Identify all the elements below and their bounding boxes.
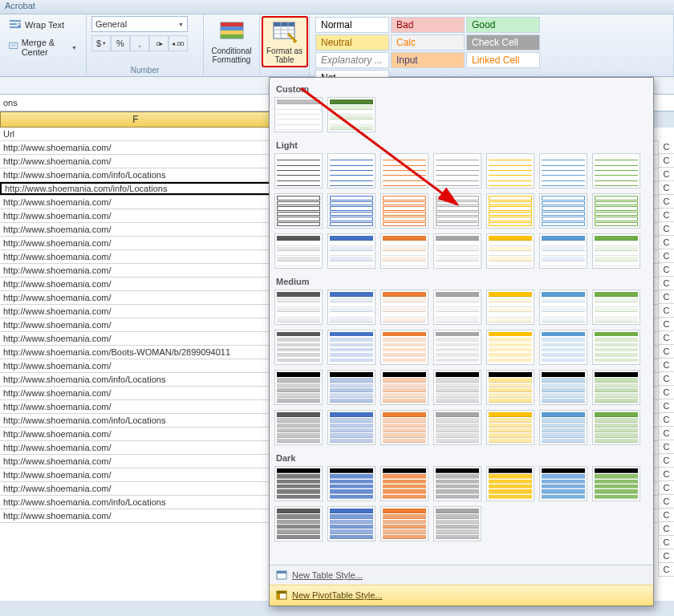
data-cell[interactable]: http://www.shoemania.com/ (0, 509, 271, 522)
table-style-swatch[interactable] (380, 153, 428, 188)
table-style-swatch[interactable] (327, 466, 376, 501)
number-format-dropdown[interactable]: General ▼ (91, 16, 188, 32)
table-style-swatch[interactable] (380, 193, 428, 229)
table-style-swatch[interactable] (433, 153, 481, 188)
table-style-swatch[interactable] (433, 233, 481, 269)
data-cell[interactable]: http://www.shoemania.com/ (0, 482, 271, 495)
table-style-swatch[interactable] (380, 506, 428, 541)
table-style-swatch[interactable] (274, 97, 323, 132)
cell-style-explanatory-[interactable]: Explanatory ... (315, 52, 389, 68)
table-style-swatch[interactable] (327, 410, 376, 445)
data-cell[interactable]: http://www.shoemania.com/ (0, 196, 271, 209)
table-style-swatch[interactable] (274, 506, 323, 541)
table-style-swatch[interactable] (327, 370, 376, 405)
decrease-decimal-button[interactable]: ◂.00 (168, 35, 188, 51)
table-style-swatch[interactable] (274, 466, 323, 501)
table-style-swatch[interactable] (539, 233, 587, 269)
cell-style-normal[interactable]: Normal (315, 17, 389, 33)
data-cell[interactable]: http://www.shoemania.com/ (0, 428, 271, 440)
table-style-swatch[interactable] (539, 466, 587, 501)
table-style-swatch[interactable] (327, 290, 376, 325)
cell-style-input[interactable]: Input (391, 52, 465, 68)
new-table-style-item[interactable]: New Table Style... (270, 565, 653, 585)
data-cell[interactable]: http://www.shoemania.com/ (0, 318, 271, 331)
table-style-swatch[interactable] (486, 290, 534, 325)
data-cell[interactable]: http://www.shoemania.com/ (0, 223, 271, 236)
table-style-swatch[interactable] (274, 330, 323, 365)
table-style-swatch[interactable] (327, 330, 376, 365)
data-cell[interactable]: http://www.shoemania.com/ (0, 250, 271, 263)
table-style-swatch[interactable] (486, 233, 534, 269)
table-style-swatch[interactable] (592, 370, 640, 405)
data-cell[interactable]: http://www.shoemania.com/ (0, 441, 271, 454)
table-style-swatch[interactable] (486, 370, 534, 405)
data-cell[interactable]: http://www.shoemania.com/info/Locations (0, 496, 271, 509)
data-cell[interactable]: http://www.shoemania.com/ (0, 209, 271, 222)
table-style-swatch[interactable] (592, 466, 640, 501)
cell-style-calc[interactable]: Calc (391, 34, 465, 51)
table-style-swatch[interactable] (327, 193, 376, 229)
table-style-swatch[interactable] (274, 233, 323, 269)
cell-style-bad[interactable]: Bad (391, 17, 465, 33)
data-cell[interactable]: http://www.shoemania.com/ (0, 332, 271, 345)
data-cell[interactable]: http://www.shoemania.com/ (0, 305, 271, 318)
data-cell[interactable]: http://www.shoemania.com/info/Locations (0, 168, 271, 181)
table-style-swatch[interactable] (274, 370, 323, 405)
data-cell[interactable]: http://www.shoemania.com/ (0, 278, 271, 290)
data-cell[interactable]: http://www.shoemania.com/ (0, 141, 271, 154)
table-style-swatch[interactable] (380, 233, 428, 269)
data-cell[interactable]: http://www.shoemania.com/info/Locations (0, 373, 271, 386)
table-style-swatch[interactable] (380, 410, 428, 445)
table-style-swatch[interactable] (539, 290, 587, 325)
table-style-swatch[interactable] (327, 233, 376, 269)
table-style-swatch[interactable] (486, 153, 534, 188)
table-style-swatch[interactable] (327, 97, 376, 132)
table-style-swatch[interactable] (433, 193, 481, 229)
data-cell[interactable]: http://www.shoemania.com/ (0, 400, 271, 413)
table-style-swatch[interactable] (433, 506, 481, 541)
data-cell[interactable]: http://www.shoemania.com/Boots-WOMAN/b/2… (0, 346, 271, 359)
data-cell[interactable]: http://www.shoemania.com/ (0, 264, 271, 277)
data-cell[interactable]: http://www.shoemania.com/info/Locations (0, 414, 271, 427)
table-style-swatch[interactable] (486, 330, 534, 365)
data-cell[interactable]: http://www.shoemania.com/ (0, 455, 271, 468)
table-style-swatch[interactable] (433, 466, 481, 501)
percent-button[interactable]: % (111, 35, 130, 51)
table-style-swatch[interactable] (592, 410, 640, 445)
column-header-F[interactable]: F (0, 111, 271, 128)
table-style-swatch[interactable] (380, 466, 428, 501)
table-style-swatch[interactable] (486, 410, 534, 445)
table-style-swatch[interactable] (380, 330, 428, 365)
data-cell[interactable]: http://www.shoemania.com/ (0, 387, 271, 399)
data-cell[interactable]: http://www.shoemania.com/ (0, 291, 271, 304)
table-style-swatch[interactable] (539, 153, 587, 188)
data-cell[interactable]: http://www.shoemania.com/info/Locations (0, 182, 271, 195)
table-style-swatch[interactable] (486, 466, 534, 501)
table-style-swatch[interactable] (327, 506, 376, 541)
wrap-text-button[interactable]: Wrap Text (5, 16, 81, 34)
table-style-swatch[interactable] (539, 330, 587, 365)
data-cell[interactable]: http://www.shoemania.com/ (0, 359, 271, 372)
table-style-swatch[interactable] (274, 290, 323, 325)
table-style-swatch[interactable] (433, 410, 481, 445)
currency-button[interactable]: $▾ (91, 35, 111, 51)
table-style-swatch[interactable] (380, 370, 428, 405)
table-style-swatch[interactable] (592, 193, 640, 229)
conditional-formatting-button[interactable]: Conditional Formatting (209, 16, 255, 67)
table-style-swatch[interactable] (274, 153, 323, 188)
format-as-table-button[interactable]: Format as Table (262, 16, 308, 67)
table-style-swatch[interactable] (592, 233, 640, 269)
table-style-swatch[interactable] (327, 153, 376, 188)
cell-style-good[interactable]: Good (466, 17, 540, 33)
new-pivot-style-item[interactable]: New PivotTable Style... (270, 585, 653, 606)
increase-decimal-button[interactable]: .0▸ (149, 35, 168, 51)
table-style-swatch[interactable] (592, 290, 640, 325)
table-style-swatch[interactable] (486, 193, 534, 229)
cell-style-neutral[interactable]: Neutral (315, 34, 389, 51)
data-cell[interactable]: http://www.shoemania.com/ (0, 237, 271, 249)
table-style-swatch[interactable] (433, 290, 481, 325)
data-cell[interactable]: http://www.shoemania.com/ (0, 155, 271, 168)
cell-style-check-cell[interactable]: Check Cell (466, 34, 540, 51)
table-style-swatch[interactable] (592, 153, 640, 188)
header-cell[interactable]: Url (0, 128, 271, 140)
